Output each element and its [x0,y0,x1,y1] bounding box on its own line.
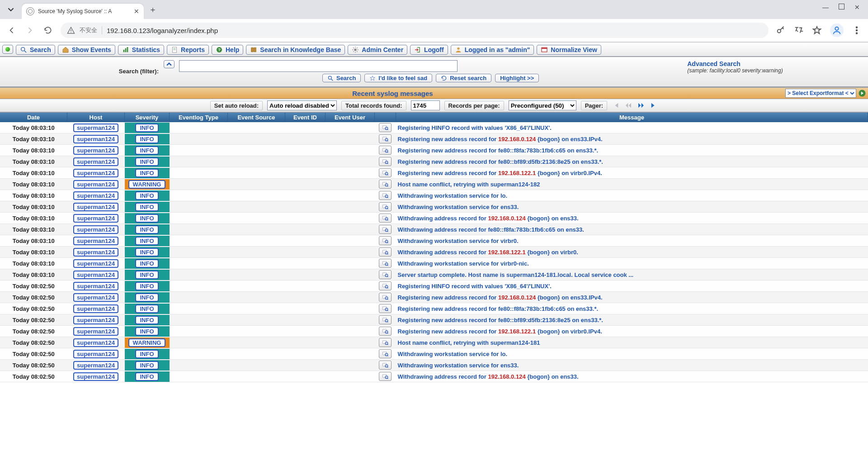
severity-badge[interactable]: INFO [135,214,158,223]
cell-message[interactable]: Server startup complete. Host name is su… [396,269,868,281]
cell-message[interactable]: Withdrawing workstation service for lo. [396,190,868,201]
col-event-id[interactable]: Event ID [285,113,326,122]
severity-badge[interactable]: INFO [135,282,158,290]
nav-back-button[interactable] [6,25,17,36]
col-severity[interactable]: Severity [125,113,170,122]
window-close-button[interactable]: ✕ [854,4,860,11]
reset-search-button[interactable]: Reset search [436,74,491,82]
detail-icon[interactable] [379,180,392,189]
host-link[interactable]: superman124 [73,214,118,223]
detail-icon[interactable] [379,134,392,143]
cell-message[interactable]: Registering HINFO record with values 'X8… [396,122,868,133]
bookmark-star-icon[interactable] [812,25,822,35]
cell-message[interactable]: Registering new address record for 192.1… [396,292,868,303]
host-link[interactable]: superman124 [73,293,118,302]
pager-next-button[interactable] [637,101,645,109]
severity-badge[interactable]: INFO [135,316,158,324]
severity-badge[interactable]: WARNING [128,180,166,189]
detail-icon[interactable] [379,191,392,200]
menu-statistics-button[interactable]: Statistics [118,45,164,55]
severity-badge[interactable]: INFO [135,225,158,234]
export-format-select[interactable]: > Select Exportformat < [785,89,856,98]
cell-message[interactable]: Withdrawing address record for 192.168.1… [396,247,868,258]
detail-icon[interactable] [379,157,392,166]
host-link[interactable]: superman124 [73,361,118,370]
status-indicator-button[interactable] [2,45,13,54]
host-link[interactable]: superman124 [73,135,118,143]
cell-message[interactable]: Host name conflict, retrying with superm… [396,337,868,348]
detail-icon[interactable] [379,281,392,290]
search-input[interactable] [179,60,458,72]
cell-message[interactable]: Withdrawing workstation service for lo. [396,348,868,360]
detail-icon[interactable] [379,259,392,268]
col-event-source[interactable]: Event Source [228,113,285,122]
detail-icon[interactable] [379,202,392,211]
host-link[interactable]: superman124 [73,225,118,234]
detail-icon[interactable] [379,214,392,223]
detail-icon[interactable] [379,270,392,279]
menu-kb-button[interactable]: Search in Knowledge Base [246,45,345,55]
menu-normalize-button[interactable]: Normalize View [537,45,601,55]
cell-message[interactable]: Withdrawing workstation service for ens3… [396,360,868,371]
pager-prev-button[interactable] [624,101,632,109]
cell-message[interactable]: Registering new address record for 192.1… [396,326,868,337]
tab-close-icon[interactable]: ✕ [134,8,139,15]
severity-badge[interactable]: INFO [135,361,158,370]
detail-icon[interactable] [379,372,392,381]
detail-icon[interactable] [379,349,392,358]
host-link[interactable]: superman124 [73,372,118,381]
col-date[interactable]: Date [0,113,67,122]
detail-icon[interactable] [379,304,392,313]
total-records-value[interactable] [411,100,440,110]
severity-badge[interactable]: INFO [135,327,158,336]
severity-badge[interactable]: INFO [135,135,158,143]
severity-badge[interactable]: INFO [135,259,158,268]
cell-message[interactable]: Registering HINFO record with values 'X8… [396,281,868,292]
detail-icon[interactable] [379,146,392,155]
advanced-search-link[interactable]: Advanced Search [687,60,863,67]
cell-message[interactable]: Withdrawing address record for 192.168.0… [396,213,868,224]
cell-message[interactable]: Withdrawing address record for fe80::f8f… [396,224,868,235]
nav-forward-button[interactable] [24,25,35,36]
detail-icon[interactable] [379,315,392,324]
cell-message[interactable]: Registering new address record for 192.1… [396,167,868,179]
severity-badge[interactable]: INFO [135,248,158,257]
cell-message[interactable]: Withdrawing address record for 192.168.0… [396,371,868,382]
host-link[interactable]: superman124 [73,338,118,347]
detail-icon[interactable] [379,225,392,234]
host-link[interactable]: superman124 [73,146,118,155]
menu-show-events-button[interactable]: Show Events [58,45,115,55]
export-go-button[interactable] [858,89,866,97]
cell-message[interactable]: Registering new address record for fe80:… [396,314,868,326]
cell-message[interactable]: Registering new address record for fe80:… [396,303,868,314]
severity-badge[interactable]: INFO [135,191,158,200]
menu-search-button[interactable]: Search [16,45,55,55]
host-link[interactable]: superman124 [73,282,118,290]
host-link[interactable]: superman124 [73,248,118,257]
host-link[interactable]: superman124 [73,191,118,200]
menu-logoff-button[interactable]: Logoff [410,45,448,55]
host-link[interactable]: superman124 [73,169,118,177]
severity-badge[interactable]: INFO [135,304,158,313]
window-maximize-button[interactable] [839,4,844,11]
password-key-icon[interactable] [776,25,786,35]
severity-badge[interactable]: INFO [135,293,158,302]
address-bar[interactable]: 不安全 192.168.0.123/loganalyzer/index.php [61,23,769,38]
profile-avatar-icon[interactable] [830,24,844,37]
detail-icon[interactable] [379,361,392,370]
severity-badge[interactable]: INFO [135,146,158,155]
detail-icon[interactable] [379,338,392,347]
detail-icon[interactable] [379,327,392,336]
detail-icon[interactable] [379,123,392,132]
severity-badge[interactable]: INFO [135,203,158,211]
menu-reports-button[interactable]: Reports [167,45,209,55]
severity-badge[interactable]: WARNING [128,338,166,347]
cell-message[interactable]: Withdrawing workstation service for virb… [396,258,868,269]
severity-badge[interactable]: INFO [135,237,158,245]
host-link[interactable]: superman124 [73,180,118,189]
search-toggle-button[interactable] [164,60,175,68]
cell-message[interactable]: Registering new address record for fe80:… [396,156,868,167]
host-link[interactable]: superman124 [73,203,118,211]
pager-first-button[interactable] [612,101,620,109]
col-message[interactable]: Message [396,113,868,122]
